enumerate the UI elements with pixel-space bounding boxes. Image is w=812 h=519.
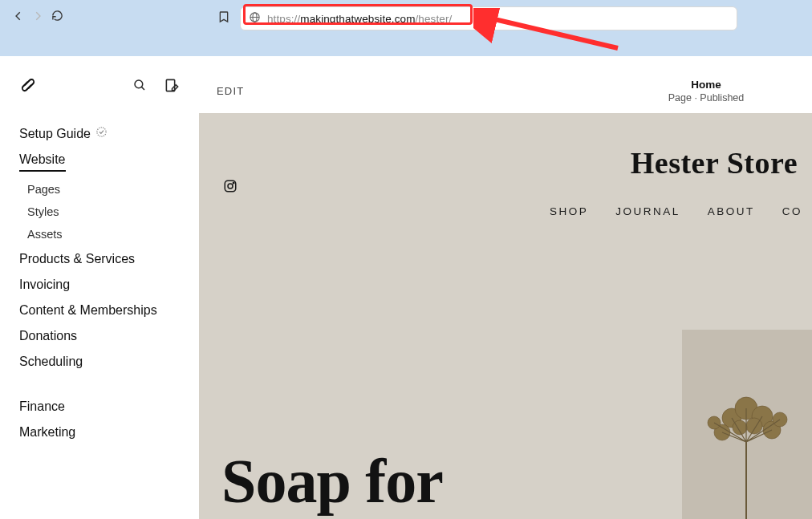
svg-point-4 bbox=[135, 80, 143, 88]
editor-canvas: EDIT Home Page · Published Hester Store … bbox=[199, 56, 812, 519]
globe-icon bbox=[249, 11, 261, 26]
site-nav-journal[interactable]: JOURNAL bbox=[615, 205, 680, 217]
svg-point-10 bbox=[233, 182, 234, 184]
sidebar-item-label: Website bbox=[19, 152, 66, 172]
browser-chrome: https:// makingthatwebsite.com /hester/ bbox=[0, 0, 812, 56]
sidebar-top bbox=[0, 76, 199, 97]
site-nav-contact[interactable]: CO bbox=[782, 205, 802, 217]
edit-button[interactable]: EDIT bbox=[217, 85, 244, 97]
sidebar-item-scheduling[interactable]: Scheduling bbox=[19, 355, 180, 369]
sidebar-item-label: Setup Guide bbox=[19, 127, 91, 141]
svg-rect-6 bbox=[166, 79, 174, 91]
sidebar-item-label: Pages bbox=[27, 183, 60, 196]
check-badge-icon bbox=[95, 126, 108, 141]
page-meta: Home Page · Published bbox=[468, 79, 544, 103]
sidebar-item-label: Finance bbox=[19, 399, 65, 414]
reload-button[interactable] bbox=[51, 10, 63, 22]
sidebar-subitem-assets[interactable]: Assets bbox=[27, 228, 180, 241]
search-icon[interactable] bbox=[132, 78, 147, 95]
sidebar-item-label: Invoicing bbox=[19, 278, 70, 292]
sidebar-item-label: Scheduling bbox=[19, 355, 83, 369]
sidebar-item-label: Content & Memberships bbox=[19, 303, 157, 318]
address-bar[interactable]: https:// makingthatwebsite.com /hester/ bbox=[240, 6, 737, 30]
site-nav-about[interactable]: ABOUT bbox=[708, 205, 755, 217]
edit-page-icon[interactable] bbox=[164, 78, 180, 96]
forward-button[interactable] bbox=[32, 10, 43, 22]
sidebar: Setup Guide Website Pages Styles Assets … bbox=[0, 56, 199, 519]
url-protocol: https:// bbox=[267, 13, 300, 25]
bookmark-icon[interactable] bbox=[217, 10, 230, 27]
sidebar-item-donations[interactable]: Donations bbox=[19, 329, 180, 343]
url-path: /hester/ bbox=[416, 13, 453, 25]
squarespace-logo-icon[interactable] bbox=[19, 76, 37, 97]
sidebar-item-label: Styles bbox=[27, 205, 59, 218]
page-title: Home bbox=[668, 79, 745, 91]
sidebar-item-website[interactable]: Website bbox=[19, 152, 180, 172]
sidebar-item-label: Products & Services bbox=[19, 252, 135, 266]
sidebar-item-label: Marketing bbox=[19, 425, 75, 440]
svg-line-5 bbox=[141, 87, 144, 90]
canvas-toolbar: EDIT Home Page · Published bbox=[199, 69, 812, 113]
sidebar-item-finance[interactable]: Finance bbox=[19, 399, 180, 414]
svg-point-9 bbox=[228, 184, 233, 189]
sidebar-item-products-services[interactable]: Products & Services bbox=[19, 252, 180, 266]
sidebar-item-label: Donations bbox=[19, 329, 77, 343]
back-button[interactable] bbox=[13, 10, 24, 22]
site-nav-shop[interactable]: SHOP bbox=[550, 205, 588, 217]
site-title[interactable]: Hester Store bbox=[631, 145, 798, 180]
url-domain: makingthatwebsite.com bbox=[300, 13, 415, 25]
hero-image bbox=[682, 330, 812, 519]
page-status: Page · Published bbox=[668, 92, 745, 103]
site-nav: SHOP JOURNAL ABOUT CO bbox=[550, 205, 802, 217]
nav-spacer bbox=[19, 380, 180, 399]
sidebar-subitem-pages[interactable]: Pages bbox=[27, 183, 180, 196]
hero-headline: Soap for bbox=[221, 450, 443, 513]
sidebar-item-invoicing[interactable]: Invoicing bbox=[19, 278, 180, 292]
instagram-icon[interactable] bbox=[223, 179, 238, 197]
site-preview[interactable]: Hester Store SHOP JOURNAL ABOUT CO Soap … bbox=[199, 113, 812, 519]
sidebar-action-icons bbox=[132, 78, 180, 96]
address-bar-wrap: https:// makingthatwebsite.com /hester/ bbox=[217, 6, 737, 30]
app-container: Setup Guide Website Pages Styles Assets … bbox=[0, 56, 812, 519]
sidebar-nav: Setup Guide Website Pages Styles Assets … bbox=[0, 126, 199, 440]
sidebar-item-label: Assets bbox=[27, 228, 63, 241]
sidebar-item-content-memberships[interactable]: Content & Memberships bbox=[19, 303, 180, 318]
svg-point-7 bbox=[97, 128, 106, 136]
sidebar-item-marketing[interactable]: Marketing bbox=[19, 425, 180, 440]
sidebar-item-setup-guide[interactable]: Setup Guide bbox=[19, 126, 180, 141]
sidebar-subitem-styles[interactable]: Styles bbox=[27, 205, 180, 218]
nav-controls bbox=[13, 6, 63, 22]
sidebar-subnav-website: Pages Styles Assets bbox=[27, 183, 180, 241]
